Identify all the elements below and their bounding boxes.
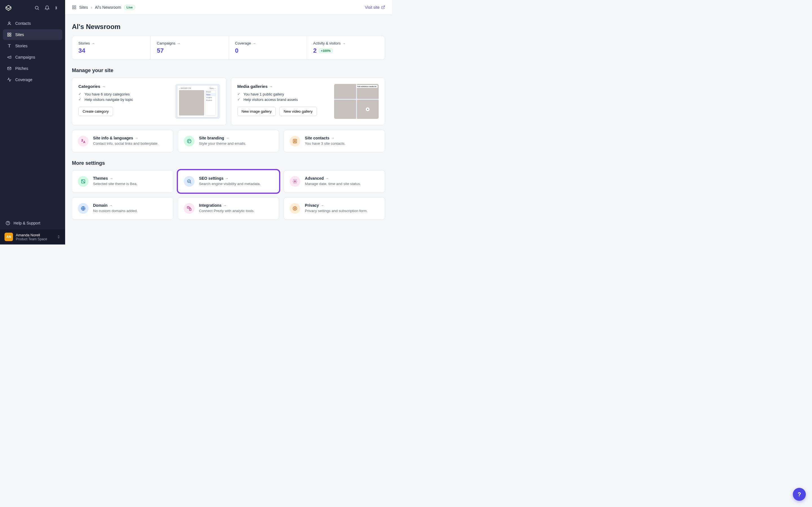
arrow-right-icon: → bbox=[177, 41, 181, 45]
breadcrumb-parent[interactable]: Sites bbox=[79, 5, 88, 10]
arrow-right-icon: → bbox=[325, 176, 329, 180]
help-support-link[interactable]: Help & Support bbox=[0, 217, 65, 229]
svg-rect-3 bbox=[10, 33, 11, 34]
sidebar-header bbox=[0, 0, 65, 16]
stat-label: Stories bbox=[79, 41, 90, 45]
categories-thumbnail: ⌂ NEWSROOMNews — Brand News Insights Pro… bbox=[175, 84, 220, 119]
arrow-right-icon: → bbox=[253, 41, 256, 45]
sidebar-item-stories[interactable]: Stories bbox=[3, 41, 62, 51]
sidebar-item-coverage[interactable]: Coverage bbox=[3, 74, 62, 85]
bullet: You have 1 public gallery bbox=[238, 92, 331, 97]
play-icon bbox=[357, 100, 379, 119]
app-logo-icon[interactable] bbox=[4, 4, 12, 12]
arrow-right-icon: → bbox=[91, 41, 95, 45]
svg-rect-12 bbox=[74, 8, 76, 9]
svg-point-14 bbox=[187, 139, 191, 143]
collapse-sidebar-icon[interactable] bbox=[54, 4, 61, 11]
new-video-gallery-button[interactable]: New video gallery bbox=[280, 107, 317, 116]
svg-point-17 bbox=[188, 142, 189, 142]
external-link-icon bbox=[381, 5, 385, 9]
user-menu[interactable]: AN Amanda Norell Product Team Space bbox=[0, 229, 65, 244]
arrow-right-icon: → bbox=[320, 203, 324, 207]
gear-icon bbox=[290, 176, 300, 187]
chevron-right-icon: › bbox=[91, 5, 92, 10]
sidebar-item-label: Sites bbox=[15, 33, 24, 37]
book-icon bbox=[7, 43, 12, 48]
visit-site-link[interactable]: Visit site bbox=[365, 5, 385, 10]
arrow-right-icon: → bbox=[331, 136, 335, 140]
sidebar-nav: Contacts Sites Stories Campaigns Pitches… bbox=[0, 16, 65, 87]
stat-campaigns[interactable]: Campaigns→ 57 bbox=[150, 36, 229, 59]
stat-value: 34 bbox=[79, 47, 144, 54]
stat-label: Campaigns bbox=[157, 41, 175, 45]
stat-value: 2 bbox=[313, 47, 317, 54]
cookie-icon bbox=[290, 203, 300, 214]
card-desc: You have 3 site contacts. bbox=[305, 142, 345, 146]
new-image-gallery-button[interactable]: New image gallery bbox=[238, 107, 276, 116]
stat-stories[interactable]: Stories→ 34 bbox=[72, 36, 150, 59]
privacy-card[interactable]: Privacy→Privacy settings and subscriptio… bbox=[284, 197, 385, 220]
create-category-button[interactable]: Create category bbox=[79, 107, 113, 116]
card-desc: Contact info, social links and boilerpla… bbox=[93, 142, 158, 146]
arrow-right-icon: → bbox=[342, 41, 346, 45]
card-title: Advanced bbox=[305, 176, 324, 180]
stat-coverage[interactable]: Coverage→ 0 bbox=[229, 36, 307, 59]
card-title: Media galleries bbox=[238, 84, 268, 89]
user-name: Amanda Norell bbox=[16, 233, 47, 237]
visit-site-label: Visit site bbox=[365, 5, 379, 10]
media-bullets: You have 1 public gallery Help visitors … bbox=[238, 92, 331, 102]
site-branding-card[interactable]: Site branding→Style your theme and email… bbox=[178, 130, 280, 152]
site-info-card[interactable]: Site info & languages→Contact info, soci… bbox=[72, 130, 173, 152]
sidebar-item-label: Pitches bbox=[15, 66, 28, 71]
arrow-right-icon: → bbox=[135, 136, 138, 140]
categories-card: Categories→ You have 6 story categories … bbox=[72, 77, 226, 125]
categories-title-link[interactable]: Categories→ bbox=[79, 84, 171, 89]
sidebar-item-contacts[interactable]: Contacts bbox=[3, 18, 62, 29]
media-thumbnail: Fall exhibition media kit bbox=[334, 84, 378, 119]
svg-rect-4 bbox=[8, 35, 9, 36]
sidebar-item-label: Contacts bbox=[15, 21, 31, 25]
palette-icon bbox=[184, 136, 195, 147]
bell-icon[interactable] bbox=[44, 4, 50, 11]
media-title-link[interactable]: Media galleries→ bbox=[238, 84, 331, 89]
integrations-card[interactable]: Integrations→Connect Prezly with analyti… bbox=[178, 197, 280, 220]
topbar: Sites › Al's Newsroom Live Visit site bbox=[65, 0, 392, 15]
card-title: Categories bbox=[79, 84, 100, 89]
card-title: Site contacts bbox=[305, 136, 329, 140]
manage-top-row: Categories→ You have 6 story categories … bbox=[72, 77, 385, 125]
user-info: Amanda Norell Product Team Space bbox=[16, 233, 47, 241]
svg-rect-5 bbox=[10, 35, 11, 36]
help-label: Help & Support bbox=[13, 221, 40, 225]
svg-rect-9 bbox=[72, 6, 74, 7]
search-icon[interactable] bbox=[34, 4, 40, 11]
seo-settings-card[interactable]: SEO settings→Search engine visibility an… bbox=[178, 170, 280, 193]
stat-value: 0 bbox=[235, 47, 301, 54]
bullet: Help visitors navigate by topic bbox=[79, 97, 171, 102]
svg-point-16 bbox=[190, 140, 190, 141]
themes-card[interactable]: Themes→Selected site theme is Bea. bbox=[72, 170, 173, 193]
svg-point-1 bbox=[8, 22, 10, 23]
globe-icon bbox=[78, 203, 89, 214]
main: Sites › Al's Newsroom Live Visit site Al… bbox=[65, 0, 392, 244]
card-title: Privacy bbox=[305, 203, 319, 208]
domain-card[interactable]: Domain→No custom domains added. bbox=[72, 197, 173, 220]
svg-point-19 bbox=[294, 140, 296, 142]
section-title-more: More settings bbox=[72, 160, 385, 166]
svg-point-28 bbox=[295, 208, 296, 208]
sidebar-item-pitches[interactable]: Pitches bbox=[3, 63, 62, 74]
sidebar-footer: Help & Support AN Amanda Norell Product … bbox=[0, 217, 65, 244]
sidebar-item-campaigns[interactable]: Campaigns bbox=[3, 52, 62, 62]
section-title-manage: Manage your site bbox=[72, 68, 385, 73]
site-contacts-card[interactable]: Site contacts→You have 3 site contacts. bbox=[284, 130, 385, 152]
sidebar-item-sites[interactable]: Sites bbox=[3, 29, 62, 40]
delta-badge: +100% bbox=[319, 48, 333, 53]
theme-icon bbox=[78, 176, 89, 187]
megaphone-icon bbox=[7, 55, 12, 60]
card-desc: Style your theme and emails. bbox=[199, 142, 246, 146]
sidebar-item-label: Campaigns bbox=[15, 55, 35, 59]
stat-activity[interactable]: Activity & visitors→ 2+100% bbox=[307, 36, 385, 59]
arrow-right-icon: → bbox=[223, 203, 227, 207]
advanced-card[interactable]: Advanced→Manage date, time and site stat… bbox=[284, 170, 385, 193]
arrow-right-icon: → bbox=[225, 176, 229, 180]
svg-point-30 bbox=[296, 209, 296, 209]
